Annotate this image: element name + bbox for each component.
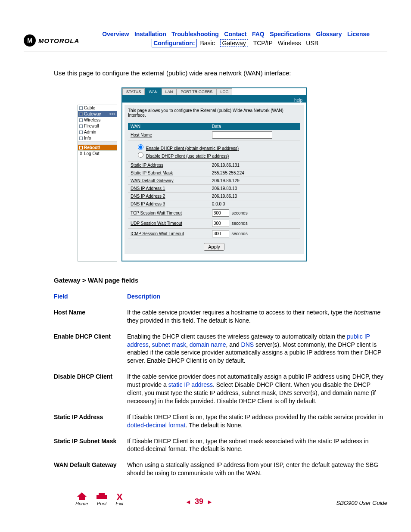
th-wan: WAN [128,123,209,130]
field-name: Static IP Address [54,413,127,429]
tab-log[interactable]: LOG [216,88,232,95]
guide-title: SBG900 User Guide [336,500,387,506]
nav-top: Overview Installation Troubleshooting Co… [84,30,387,38]
fields-header-desc: Description [127,292,387,301]
home-button[interactable]: Home [75,492,88,506]
prev-page-icon[interactable]: ◄ [185,498,191,505]
subnav-tcp/ip[interactable]: TCP/IP [253,40,273,47]
field-description: Enabling the DHCP client causes the wire… [127,333,387,365]
intro-text: Use this page to configure the external … [54,69,387,77]
table-row: Static IP Subnet Mask 255.255.255.224 [128,169,300,177]
next-page-icon[interactable]: ► [207,498,213,505]
screenshot-area: Cable Gateway>>> Wireless Firewall Admin… [78,87,387,261]
fields-header-field: Field [54,292,127,301]
field-name: WAN Default Gateway [54,461,127,477]
header-divider [24,52,387,52]
section-title: Gateway > WAN page fields [54,277,387,284]
table-row: ICMP Session Wait Timeout seconds [128,229,300,239]
field-description: If Disable DHCP Client is on, type the s… [127,437,387,454]
field-description: If the cable service provider does not a… [127,373,387,405]
configuration-label: Configuration: [152,39,196,47]
th-data: Data [209,123,300,130]
subnav-usb[interactable]: USB [306,40,318,47]
sidebar-item-firewall[interactable]: Firewall [78,123,117,129]
radio-enable-dhcp[interactable]: Enable DHCP client (obtain dynamic IP ad… [136,146,239,151]
tab-wan[interactable]: WAN [145,88,162,95]
subnav-gateway[interactable]: Gateway [220,39,248,47]
timeout-input[interactable] [212,230,229,237]
sidebar-logout[interactable]: XLog Out [78,151,117,156]
nav-faq[interactable]: FAQ [252,31,265,37]
field-description: If the cable service provider requires a… [127,308,387,325]
sidebar-reboot[interactable]: Reboot! [78,145,117,151]
exit-button[interactable]: X Exit [115,493,123,506]
print-button[interactable]: Print [97,493,107,506]
brand-logo: M MOTOROLA [24,34,79,47]
nav-troubleshooting[interactable]: Troubleshooting [171,31,219,37]
nav-glossary[interactable]: Glossary [316,31,342,37]
table-row: DNS IP Address 1 206.19.80.10 [128,185,300,193]
table-row: TCP Session Wait Timeout seconds [128,208,300,218]
nav-contact[interactable]: Contact [224,31,246,37]
subnav-wireless[interactable]: Wireless [278,40,301,47]
motorola-icon: M [24,34,36,47]
field-name: Host Name [54,308,127,325]
field-descriptions: Field Description Host Name If the cable… [54,292,387,477]
config-panel: STATUSWANLANPORT TRIGGERSLOG help This p… [121,87,307,261]
timeout-input[interactable] [212,220,229,227]
nav-sub: Configuration: Basic Gateway TCP/IP Wire… [84,40,387,47]
sidebar-item-cable[interactable]: Cable [78,105,117,111]
nav-specifications[interactable]: Specifications [270,31,311,37]
nav-license[interactable]: License [347,31,370,37]
table-row: DNS IP Address 2 206.19.86.10 [128,193,300,200]
exit-icon: X [115,493,123,501]
svg-marker-0 [77,492,87,500]
hostname-input[interactable] [212,131,272,139]
page-footer: Home Print X Exit ◄ 39 ► SBG900 User Gui… [24,492,387,506]
field-description: If Disable DHCP Client is on, type the s… [127,413,387,429]
tab-status[interactable]: STATUS [122,88,145,95]
page-header: M MOTOROLA Overview Installation Trouble… [24,30,387,47]
sidebar-item-wireless[interactable]: Wireless [78,117,117,123]
table-row: DNS IP Address 3 0.0.0.0 [128,200,300,208]
page-navigation: ◄ 39 ► [185,497,213,506]
page-number: 39 [195,497,203,506]
apply-button[interactable]: Apply [204,243,224,251]
svg-rect-1 [97,495,107,499]
field-name: Enable DHCP Client [54,333,127,365]
brand-name: MOTOROLA [38,37,79,44]
table-row: Static IP Address 206.19.86.131 [128,162,300,169]
nav-overview[interactable]: Overview [102,31,129,37]
panel-description: This page allows you to configure the Ex… [128,108,300,118]
config-table: WANData Host Name Enable DHCP client (ob… [128,123,300,239]
field-description: When using a statically assigned IP addr… [127,461,387,477]
home-icon [75,492,88,500]
hostname-label: Host Name [131,133,152,137]
nav-installation[interactable]: Installation [134,31,166,37]
radio-disable-dhcp[interactable]: Disable DHCP client (use static IP addre… [136,154,229,159]
field-name: Disable DHCP Client [54,373,127,405]
subnav-basic[interactable]: Basic [200,40,215,47]
help-link[interactable]: help [294,98,302,103]
sidebar-item-info[interactable]: Info [78,135,117,141]
tab-lan[interactable]: LAN [162,88,177,95]
svg-rect-2 [99,493,105,495]
timeout-input[interactable] [212,209,229,217]
table-row: WAN Default Gateway 206.19.86.129 [128,177,300,185]
panel-tabs: STATUSWANLANPORT TRIGGERSLOG [122,88,306,95]
sidebar-item-gateway[interactable]: Gateway>>> [78,111,117,117]
sidebar-item-admin[interactable]: Admin [78,129,117,135]
table-row: UDP Session Wait Timeout seconds [128,218,300,229]
print-icon [97,493,107,500]
config-side-nav: Cable Gateway>>> Wireless Firewall Admin… [78,105,117,261]
help-bar: help [122,95,306,103]
tab-port triggers[interactable]: PORT TRIGGERS [177,88,216,95]
field-name: Static IP Subnet Mask [54,437,127,454]
